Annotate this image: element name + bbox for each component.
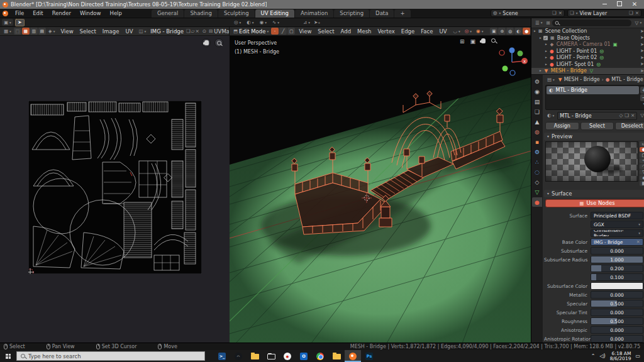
vp-menu-uv[interactable]: UV: [436, 28, 450, 35]
blender-taskbar-icon[interactable]: [345, 350, 361, 362]
speaker-icon[interactable]: ◁): [599, 353, 605, 359]
selectable-toggle-icon[interactable]: ➤: [640, 69, 644, 74]
expand-arrow-icon[interactable]: ▸: [540, 36, 541, 40]
selectable-toggle-icon[interactable]: ➤: [640, 35, 644, 40]
proportional-edit-dropdown[interactable]: ◎▾: [463, 28, 474, 35]
property-field-specular-tint[interactable]: 0.000: [591, 309, 643, 316]
tray-chevron-icon[interactable]: ⌃: [591, 353, 596, 359]
expand-arrow-icon[interactable]: ▸: [545, 56, 547, 60]
particles-tab[interactable]: ∴: [532, 157, 542, 167]
selectable-toggle-icon[interactable]: ➤: [640, 29, 644, 34]
browse-material-button[interactable]: ◐▾: [545, 112, 556, 119]
unlink-scene-icon[interactable]: ×: [558, 11, 562, 16]
workspace-tab-data[interactable]: Data: [370, 9, 394, 18]
tool-tab[interactable]: ⚙: [532, 77, 542, 86]
breadcrumb-object[interactable]: MESH - Bridge: [564, 77, 600, 82]
uv-display-toggle-3[interactable]: ▥: [30, 28, 38, 35]
editor-type-button[interactable]: ▦▾: [2, 28, 13, 35]
object-tab[interactable]: ▪: [532, 137, 542, 146]
property-field-value-2[interactable]: Christensen-Burley▾: [591, 229, 643, 237]
expand-arrow-icon[interactable]: ▸: [534, 30, 536, 33]
pivot-point-dropdown[interactable]: ◉▾: [474, 28, 485, 35]
expand-arrow-icon[interactable]: ▸: [545, 43, 547, 47]
unlink-material-icon[interactable]: ×: [631, 113, 635, 118]
open-image-icon[interactable]: ▱: [191, 29, 195, 34]
workspace-tab-[interactable]: +: [394, 9, 410, 18]
preview-fluid[interactable]: ◈: [640, 175, 644, 180]
property-field-subsurface-color[interactable]: [591, 282, 643, 290]
file-explorer-icon[interactable]: [247, 350, 263, 362]
outliner-search[interactable]: [552, 19, 631, 26]
selectable-toggle-icon[interactable]: ➤: [640, 55, 644, 60]
menu-edit[interactable]: Edit: [28, 10, 47, 16]
constraints-tab[interactable]: ◇: [532, 177, 542, 187]
perspective-toggle-icon[interactable]: ⊞: [460, 38, 465, 45]
workspace-tab-shading[interactable]: Shading: [184, 9, 218, 18]
preview-flat[interactable]: ▭: [640, 141, 644, 146]
material-name-field[interactable]: MTL - Bridge ◇ ❏ ×: [557, 112, 637, 120]
taskbar-search[interactable]: Type here to search: [16, 351, 205, 361]
vp-menu-add[interactable]: Add: [338, 28, 354, 35]
outliner-row-light-spot-01[interactable]: ▸●LIGHT- Spot 01◎➤◉: [531, 61, 644, 68]
folder-outline-icon[interactable]: [263, 350, 279, 362]
world-tab[interactable]: ◍: [532, 127, 542, 136]
unlink-icon[interactable]: ×: [636, 239, 640, 244]
brush-dropdown[interactable]: ◉▾: [258, 19, 269, 26]
vp-menu-vertex[interactable]: Vertex: [374, 28, 397, 35]
material-tab[interactable]: ●: [532, 197, 542, 207]
new-view-layer-icon[interactable]: ❏: [629, 11, 633, 16]
uv-zoom-button[interactable]: [214, 38, 223, 47]
outliner-row-base-objects[interactable]: ▸✓⊞Base Objects➤◉: [531, 35, 644, 41]
uv-display-toggle-1[interactable]: ⬚: [14, 28, 21, 35]
face-select-mode[interactable]: ▢: [287, 28, 295, 35]
chrome-icon[interactable]: [312, 350, 328, 362]
edge-select-mode[interactable]: ╱: [279, 28, 287, 35]
minimize-button[interactable]: [600, 1, 609, 8]
add-slot-button[interactable]: +: [640, 87, 644, 94]
viewport-canvas[interactable]: User Perspective (1) MESH - Bridge ⊞ ▣: [230, 36, 531, 343]
close-button[interactable]: ✕: [630, 1, 639, 8]
property-field-anisotropic-rotation[interactable]: 0.000: [591, 335, 643, 343]
property-field-base-color[interactable]: IMG - Bridge×: [591, 238, 643, 246]
vp-menu-edge[interactable]: Edge: [398, 28, 418, 35]
menu-help[interactable]: Help: [105, 10, 126, 16]
outliner-filter[interactable]: ▽▾: [633, 19, 644, 26]
outliner-display-mode[interactable]: ☰▾: [533, 19, 545, 26]
camera-view-icon[interactable]: ▣: [470, 38, 475, 45]
property-field-value-6[interactable]: 0.200: [591, 265, 643, 272]
deselect-button[interactable]: Deselect: [615, 122, 644, 130]
view-layer-selector[interactable]: ❏▾ View Layer ❏ ×: [567, 9, 641, 17]
vp-tool-dropdown[interactable]: ◎▾: [232, 19, 243, 26]
vp-menu-face[interactable]: Face: [418, 28, 436, 35]
xray-toggle[interactable]: ◍: [506, 28, 514, 35]
transform-orientation-dropdown[interactable]: ⊿▾: [301, 19, 312, 26]
modifiers-tab[interactable]: ⚙: [532, 147, 542, 156]
uv-menu-image[interactable]: Image: [99, 28, 123, 35]
render-tab[interactable]: ◉: [532, 87, 542, 96]
fake-user-icon[interactable]: ◇: [619, 113, 623, 118]
menu-file[interactable]: File: [11, 10, 28, 16]
uv-display-toggle-4[interactable]: ▤: [38, 28, 46, 35]
selectable-toggle-icon[interactable]: ➤: [640, 62, 644, 67]
object-data-tab[interactable]: ▽: [532, 187, 542, 197]
selectable-toggle-icon[interactable]: ➤: [640, 42, 644, 47]
select-button[interactable]: Select: [580, 122, 614, 130]
uv-pan-button[interactable]: [202, 38, 211, 47]
outlook-icon[interactable]: O: [296, 350, 312, 362]
preview-section-header[interactable]: Preview: [544, 133, 644, 140]
zoom-view-icon[interactable]: [491, 38, 496, 43]
physics-tab[interactable]: ◌: [532, 167, 542, 177]
outliner-row-light-point-02[interactable]: ▸●LIGHT - Point 02◎➤◉: [531, 55, 644, 62]
scene-tab[interactable]: ▲: [532, 117, 542, 126]
workspace-tab-uv-editing[interactable]: UV Editing: [255, 9, 294, 18]
property-field-subsurface[interactable]: 0.000: [591, 247, 643, 255]
pivot-dropdown[interactable]: ◈▾: [47, 28, 57, 35]
vp-menu-view[interactable]: View: [296, 28, 314, 35]
uv-layout-image[interactable]: [28, 101, 202, 274]
preview-shaderball[interactable]: ◠: [640, 164, 644, 169]
surface-section-header[interactable]: Surface: [544, 190, 644, 197]
snap-dropdown[interactable]: ◡▾: [451, 28, 462, 35]
collection-checkbox[interactable]: ✓: [543, 36, 548, 40]
curve-falloff-dropdown[interactable]: ∿▾: [270, 19, 281, 26]
breadcrumb-material[interactable]: MTL - Bridge: [611, 77, 643, 82]
